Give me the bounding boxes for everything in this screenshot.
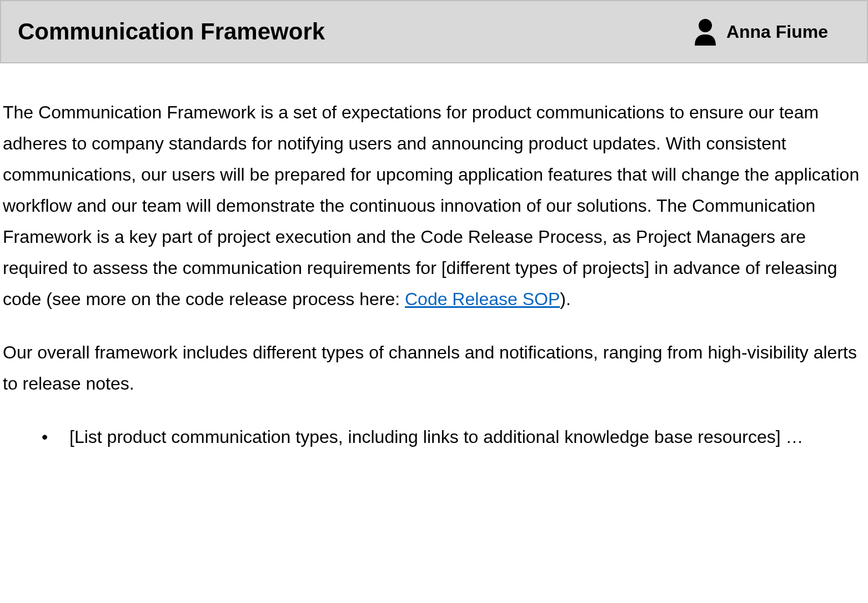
communication-types-list: [List product communication types, inclu…	[3, 421, 865, 452]
code-release-sop-link[interactable]: Code Release SOP	[405, 289, 560, 309]
page-title: Communication Framework	[18, 18, 325, 45]
framework-paragraph: Our overall framework includes different…	[3, 337, 865, 399]
intro-text-part2: ).	[560, 289, 571, 309]
intro-text-part1: The Communication Framework is a set of …	[3, 102, 859, 309]
user-icon	[693, 18, 718, 46]
document-content: The Communication Framework is a set of …	[0, 63, 868, 464]
list-item: [List product communication types, inclu…	[42, 421, 865, 452]
svg-point-0	[699, 19, 712, 32]
user-name: Anna Fiume	[726, 22, 828, 42]
intro-paragraph: The Communication Framework is a set of …	[3, 97, 865, 315]
user-section: Anna Fiume	[693, 18, 828, 46]
page-header: Communication Framework Anna Fiume	[0, 0, 868, 63]
